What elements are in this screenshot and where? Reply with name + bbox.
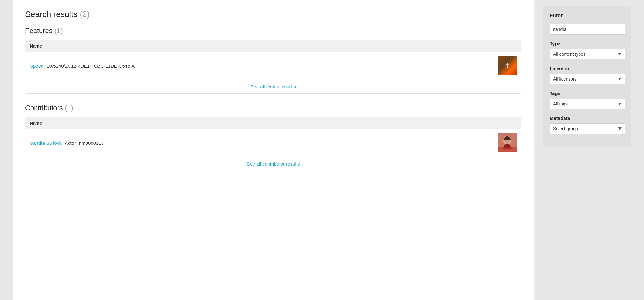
see-all-features-link[interactable]: See all feature results xyxy=(250,84,296,89)
speed-link[interactable]: Speed xyxy=(30,63,43,69)
contributor-role: Actor xyxy=(65,140,76,146)
features-table: Name Speed 10.5240/2C12-4DE1-4CBC-11DE-C… xyxy=(25,40,521,94)
sandra-thumbnail xyxy=(498,133,517,152)
contributors-section: Contributors (1) Name Sandra Bullock Act… xyxy=(25,104,521,171)
licensor-label: Licensor xyxy=(550,66,625,71)
type-label: Type xyxy=(550,41,625,46)
contributors-table-header: Name xyxy=(25,117,521,129)
tags-label: Tags xyxy=(550,91,625,96)
see-all-contributors-row: See all contributor results xyxy=(25,157,521,171)
tags-select[interactable]: All tags xyxy=(550,99,625,109)
metadata-label: Metadata xyxy=(550,116,625,121)
contributors-table: Name Sandra Bullock Actor nm0000113 xyxy=(25,117,521,171)
features-table-header: Name xyxy=(25,40,521,52)
filter-panel: Filter Type All content types Feature Sh… xyxy=(543,6,631,147)
table-row: Speed 10.5240/2C12-4DE1-4CBC-11DE-C545-A xyxy=(25,52,521,80)
sidebar: Filter Type All content types Feature Sh… xyxy=(543,0,631,300)
speed-thumbnail xyxy=(498,56,517,75)
total-count: (2) xyxy=(80,9,90,19)
svg-rect-3 xyxy=(498,147,517,152)
contributor-id: nm0000113 xyxy=(79,140,104,146)
filter-title: Filter xyxy=(550,13,625,19)
features-section: Features (1) Name Speed 10.5240/2C12-4DE… xyxy=(25,27,521,94)
type-select[interactable]: All content types Feature Short TV Movie… xyxy=(550,49,625,59)
table-row: Sandra Bullock Actor nm0000113 xyxy=(25,129,521,157)
see-all-contributors-link[interactable]: See all contributor results xyxy=(247,161,300,167)
contributors-title: Contributors (1) xyxy=(25,104,521,112)
page-title: Search results (2) xyxy=(25,9,521,19)
metadata-select[interactable]: Select group xyxy=(550,123,625,134)
filter-search-input[interactable] xyxy=(550,24,625,35)
see-all-features-row: See all feature results xyxy=(25,80,521,93)
sandra-link[interactable]: Sandra Bullock xyxy=(30,140,62,146)
speed-id: 10.5240/2C12-4DE1-4CBC-11DE-C545-A xyxy=(47,63,135,69)
features-title: Features (1) xyxy=(25,27,521,35)
licensor-select[interactable]: All licensors xyxy=(550,74,625,84)
